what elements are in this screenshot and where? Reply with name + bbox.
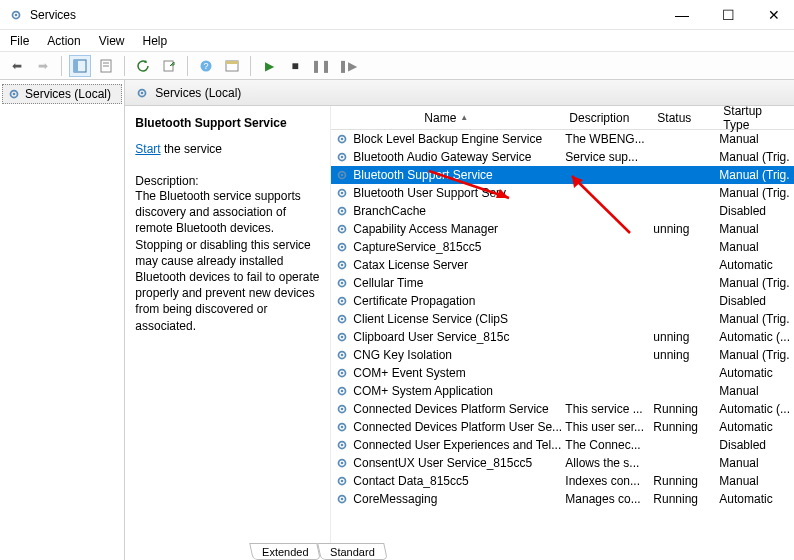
cell-name: Catax License Server [331,258,561,272]
cell-startup: Manual [715,240,794,254]
service-row[interactable]: Certificate PropagationDisabled [331,292,794,310]
refresh-button[interactable] [132,55,154,77]
cell-startup: Manual (Trig. [715,348,794,362]
service-row[interactable]: Cellular TimeManual (Trig. [331,274,794,292]
service-row[interactable]: BranchCacheDisabled [331,202,794,220]
cell-startup: Manual (Trig. [715,276,794,290]
sort-caret-icon: ▲ [460,113,468,122]
tab-extended[interactable]: Extended [250,543,322,560]
bottom-tabs: Extended Standard [251,543,384,560]
cell-startup: Automatic [715,420,794,434]
cell-status: Running [649,492,715,506]
service-row[interactable]: CaptureService_815cc5Manual [331,238,794,256]
col-startup[interactable]: Startup Type [715,104,794,132]
service-row[interactable]: Clipboard User Service_815cunningAutomat… [331,328,794,346]
properties-button[interactable] [95,55,117,77]
service-row[interactable]: ConsentUX User Service_815cc5Allows the … [331,454,794,472]
svg-text:?: ? [203,61,208,71]
svg-point-47 [341,408,344,411]
pause-button[interactable]: ❚❚ [310,55,332,77]
cell-startup: Manual (Trig. [715,186,794,200]
service-row[interactable]: Bluetooth Support ServiceManual (Trig. [331,166,794,184]
cell-startup: Automatic (... [715,330,794,344]
column-headers: Name▲ Description Status Startup Type [331,106,794,130]
cell-startup: Manual [715,222,794,236]
cell-startup: Disabled [715,204,794,218]
cell-name: Connected Devices Platform Service [331,402,561,416]
menu-file[interactable]: File [10,34,29,48]
svg-point-45 [341,390,344,393]
service-row[interactable]: Bluetooth User Support ServManual (Trig. [331,184,794,202]
export-button[interactable] [158,55,180,77]
service-rows: Block Level Backup Engine ServiceThe WBE… [331,130,794,508]
svg-point-1 [15,13,18,16]
service-row[interactable]: CoreMessagingManages co...RunningAutomat… [331,490,794,508]
cell-desc: Service sup... [561,150,649,164]
forward-button[interactable]: ➡ [32,55,54,77]
svg-point-21 [341,174,344,177]
svg-point-49 [341,426,344,429]
service-row[interactable]: Connected User Experiences and Tel...The… [331,436,794,454]
menu-help[interactable]: Help [143,34,168,48]
cell-name: Client License Service (ClipS [331,312,561,326]
svg-point-27 [341,228,344,231]
service-row[interactable]: Catax License ServerAutomatic [331,256,794,274]
maximize-button[interactable]: ☐ [716,7,740,23]
start-link[interactable]: Start [135,142,160,156]
col-description[interactable]: Description [561,111,649,125]
detail-service-name: Bluetooth Support Service [135,116,322,130]
cell-desc: Allows the s... [561,456,649,470]
stop-button[interactable]: ■ [284,55,306,77]
cell-name: Clipboard User Service_815c [331,330,561,344]
back-button[interactable]: ⬅ [6,55,28,77]
svg-point-41 [341,354,344,357]
col-status[interactable]: Status [649,111,715,125]
service-row[interactable]: Client License Service (ClipSManual (Tri… [331,310,794,328]
cell-name: Block Level Backup Engine Service [331,132,561,146]
menu-view[interactable]: View [99,34,125,48]
cell-name: Bluetooth Audio Gateway Service [331,150,561,164]
service-row[interactable]: CNG Key IsolationunningManual (Trig. [331,346,794,364]
tab-standard[interactable]: Standard [317,543,387,560]
service-row[interactable]: Connected Devices Platform User Se...Thi… [331,418,794,436]
description-text: The Bluetooth service supports discovery… [135,188,322,334]
service-row[interactable]: Capability Access ManagerunningManual [331,220,794,238]
show-hide-tree-button[interactable] [69,55,91,77]
menu-bar: File Action View Help [0,30,794,52]
cell-name: BranchCache [331,204,561,218]
close-button[interactable]: ✕ [762,7,786,23]
separator [187,56,188,76]
cell-name: ConsentUX User Service_815cc5 [331,456,561,470]
col-name[interactable]: Name▲ [331,111,561,125]
cell-startup: Manual (Trig. [715,150,794,164]
detail-panel: Bluetooth Support Service Start the serv… [125,106,331,560]
app-icon [8,7,24,23]
cell-name: Connected User Experiences and Tel... [331,438,561,452]
service-row[interactable]: Contact Data_815cc5Indexes con...Running… [331,472,794,490]
minimize-button[interactable]: — [670,7,694,23]
service-row[interactable]: Block Level Backup Engine ServiceThe WBE… [331,130,794,148]
play-button[interactable]: ▶ [258,55,280,77]
start-link-tail: the service [161,142,222,156]
cell-startup: Automatic [715,366,794,380]
service-row[interactable]: COM+ Event SystemAutomatic [331,364,794,382]
service-row[interactable]: COM+ System ApplicationManual [331,382,794,400]
svg-rect-11 [226,61,238,64]
help-button[interactable]: ? [195,55,217,77]
title-bar: Services — ☐ ✕ [0,0,794,30]
filter-button[interactable] [221,55,243,77]
svg-point-29 [341,246,344,249]
restart-button[interactable]: ❚▶ [336,55,358,77]
separator [124,56,125,76]
svg-point-51 [341,444,344,447]
menu-action[interactable]: Action [47,34,80,48]
list-panel: Name▲ Description Status Startup Type Bl… [331,106,794,560]
cell-name: Contact Data_815cc5 [331,474,561,488]
cell-startup: Disabled [715,294,794,308]
description-label: Description: [135,174,322,188]
cell-status: Running [649,420,715,434]
tree-item-services-local[interactable]: Services (Local) [2,84,122,104]
service-row[interactable]: Bluetooth Audio Gateway ServiceService s… [331,148,794,166]
service-row[interactable]: Connected Devices Platform ServiceThis s… [331,400,794,418]
cell-name: Connected Devices Platform User Se... [331,420,561,434]
